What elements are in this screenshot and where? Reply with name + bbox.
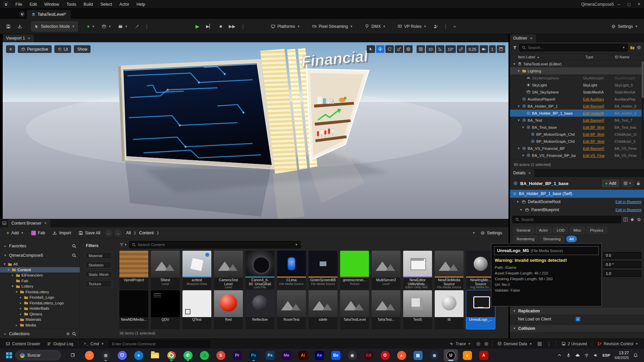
edit-blueprint-link[interactable]: Edit Auxiliary <box>583 97 604 101</box>
expander-icon[interactable]: ▸ <box>19 307 22 310</box>
menu-edit[interactable]: Edit <box>26 0 41 8</box>
close-icon[interactable]: ✕ <box>28 37 30 40</box>
folder-tree-item[interactable]: ▸Qimera <box>0 311 80 317</box>
grid-snap-value[interactable]: 10 <box>426 45 435 53</box>
chevron-down-icon[interactable]: ▼ <box>622 46 625 49</box>
vp-roles-dropdown[interactable]: VP Roles▼ <box>395 21 429 32</box>
menu-window[interactable]: Window <box>41 0 63 8</box>
taskbar-app-unreal-engine[interactable]: U <box>444 349 458 361</box>
asset-tile[interactable]: QDV <box>151 290 180 329</box>
filter-sort-icon[interactable]: ▼ <box>119 242 127 247</box>
lock-icon[interactable] <box>636 181 641 186</box>
taskbar-app-brave[interactable]: ▲ <box>394 349 409 361</box>
close-button[interactable]: ✕ <box>634 0 644 8</box>
edit-in-blueprint-link[interactable]: Edit in Blueprint <box>615 208 641 212</box>
component-row[interactable]: BA_Holder_BP_1_base (Self) <box>510 190 644 198</box>
unsaved-button[interactable]: 2 Unsaved <box>560 340 589 348</box>
transform-value-field[interactable]: 0.0 <box>603 252 641 259</box>
start-button[interactable] <box>6 352 12 358</box>
forward-button[interactable]: → <box>115 230 121 236</box>
folder-tree-item[interactable]: ▼Lottery <box>0 284 80 289</box>
output-log-button[interactable]: Output Log <box>45 340 75 348</box>
world-space-button[interactable] <box>404 45 413 53</box>
expander-icon[interactable]: ▼ <box>516 200 520 203</box>
taskbar-app-steam[interactable]: ◉ <box>427 349 441 361</box>
record-icon[interactable] <box>484 342 489 346</box>
play-button[interactable]: ▶ <box>193 21 202 32</box>
outliner-row[interactable]: SM_SkySphereStaticMeshAStaticMeshA <box>510 88 644 96</box>
folder-tree-item[interactable]: Materials <box>0 317 80 322</box>
maximize-button[interactable]: ▢ <box>624 0 634 8</box>
folder-tree-item[interactable]: Fab <box>0 278 80 284</box>
taskbar-app-chrome[interactable] <box>164 349 178 361</box>
edit-blueprint-link[interactable]: Edit BP_Moti <box>583 139 604 143</box>
content-browser-tab[interactable]: Content Browser ✕ <box>8 219 50 227</box>
taskbar-app-behance[interactable]: Be <box>329 349 343 361</box>
filter-icon[interactable] <box>513 45 517 50</box>
asset-tile[interactable]: VprodProject <box>119 251 148 290</box>
settings-dropdown[interactable]: Settings▼ <box>608 21 641 32</box>
asset-tile[interactable]: Red <box>214 290 243 329</box>
select-tool-button[interactable] <box>367 45 375 53</box>
details-tab-all[interactable]: All <box>566 236 577 242</box>
taskbar-app-opera[interactable]: O <box>378 349 392 361</box>
camera-speed-button[interactable] <box>480 45 488 53</box>
details-tab-misc[interactable]: Misc <box>570 227 585 234</box>
net-load-checkbox[interactable]: ✓ <box>576 317 580 321</box>
filter-material[interactable]: Material <box>85 252 112 259</box>
maximize-viewport-button[interactable] <box>497 45 505 53</box>
taskbar-app-photoshop[interactable]: Ps <box>247 349 261 361</box>
menu-select[interactable]: Select <box>97 0 116 8</box>
expander-icon[interactable]: ▼ <box>517 105 521 108</box>
add-asset-button[interactable]: +Add▼ <box>4 229 26 237</box>
taskbar-app-premiere[interactable]: Pr <box>230 349 244 361</box>
viewport-menu-button[interactable]: ≡ <box>6 45 15 53</box>
columns-icon[interactable] <box>623 217 628 222</box>
component-row[interactable]: ▼DefaultSceneRootEdit in Blueprint <box>510 198 644 206</box>
toolbar-overflow-button[interactable]: » <box>451 21 458 32</box>
menu-build[interactable]: Build <box>80 0 97 8</box>
status-overflow-menu[interactable]: ⋮ <box>545 341 553 347</box>
expander-icon[interactable]: ▸ <box>11 274 14 277</box>
asset-tile[interactable]: CLimaFile Media Source <box>277 251 306 290</box>
details-tab-actor[interactable]: Actor <box>536 227 551 234</box>
folder-tree-item[interactable]: ▸ElFinanciero <box>0 273 80 278</box>
asset-tile[interactable]: MultiServer2Level <box>372 251 400 290</box>
breadcrumb-item[interactable]: All <box>126 231 131 235</box>
transform-value-field[interactable]: 0.0 ° <box>603 261 641 268</box>
outliner-row[interactable]: ▼TahaTestLevel (Editor) <box>510 60 644 67</box>
asset-tile[interactable]: Reflective <box>246 290 274 329</box>
expander-icon[interactable]: ▸ <box>15 323 18 327</box>
outliner-row[interactable]: ▼BA_TestEdit BannerFBA_Test_7 <box>510 117 644 124</box>
add-actor-button[interactable]: +▼ <box>84 21 98 32</box>
expander-icon[interactable]: ▼ <box>7 268 10 272</box>
session-options-menu[interactable]: ⋮ <box>442 24 449 29</box>
outliner-search-input[interactable] <box>528 46 620 50</box>
taskbar-clock[interactable]: 13:27 6/8/2025 <box>614 351 629 360</box>
play-options-menu[interactable]: ⋮ <box>239 24 247 29</box>
expander-icon[interactable]: ▸ <box>19 301 22 305</box>
expander-icon[interactable]: ▼ <box>11 285 14 288</box>
asset-tile[interactable]: NewEditor UtilityWidg...Editor Utility W… <box>403 251 432 290</box>
outliner-row[interactable]: SkyLightSkyLightSkyLight_0 <box>510 81 644 88</box>
back-button[interactable]: ← <box>105 230 112 236</box>
revision-control-dropdown[interactable]: Revision Control▼ <box>596 340 640 348</box>
perspective-dropdown[interactable]: Perspective <box>18 45 52 53</box>
asset-tile[interactable]: sdefe <box>309 290 337 329</box>
add-component-button[interactable]: +Add <box>602 180 619 187</box>
filter-skeleton[interactable]: Skeleton <box>85 261 112 268</box>
asset-tile[interactable]: NewNDIMedia... <box>119 290 148 329</box>
console-command-input[interactable] <box>109 341 210 347</box>
folder-tree-item[interactable]: ▼FloridaLottery <box>0 289 80 295</box>
details-tab-rendering[interactable]: Rendering <box>513 236 538 242</box>
taskbar-app-file-explorer[interactable] <box>148 349 162 361</box>
asset-tile[interactable]: greenscrenei...Texture <box>340 251 369 290</box>
taskbar-app-vlc[interactable]: ▲ <box>460 349 474 361</box>
folder-tree-item[interactable]: ▼Content <box>0 267 80 273</box>
transform-value-field[interactable]: 1.0 <box>603 270 641 277</box>
asset-tile[interactable]: ttt <box>435 290 464 329</box>
notifications-bell-icon[interactable] <box>633 353 638 358</box>
menu-tools[interactable]: Tools <box>63 0 80 8</box>
minimize-button[interactable]: ─ <box>614 0 624 8</box>
details-tab-streaming[interactable]: Streaming <box>540 236 564 242</box>
